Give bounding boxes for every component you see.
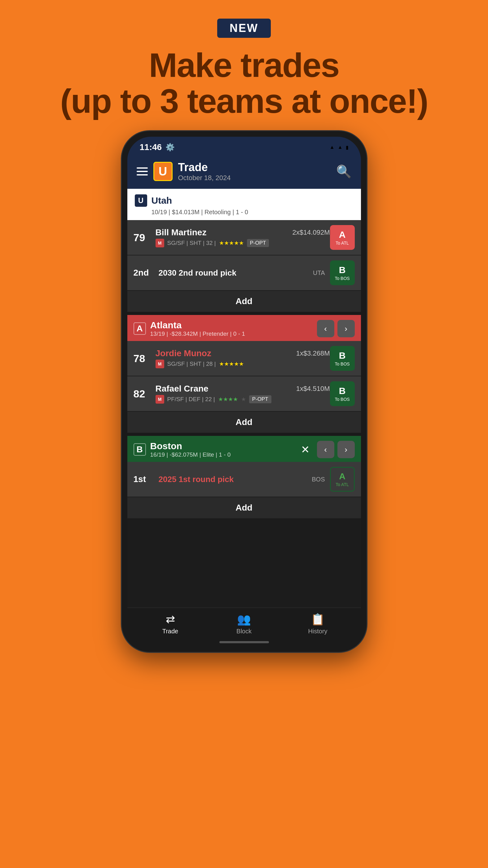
app-header: U Trade October 18, 2024 🔍 — [127, 155, 361, 189]
player-team-badge: M — [156, 239, 164, 247]
scroll-content: U Utah 10/19 | $14.013M | Retooling | 1 … — [127, 189, 361, 646]
dest-letter: B — [339, 350, 346, 361]
player-left: 82 Rafael Crane 1x$4.510M M PF/SF | DEF … — [134, 384, 330, 404]
pick-left: 1st 2025 1st round pick BOS — [134, 474, 330, 484]
header-title-block: Trade October 18, 2024 — [178, 161, 231, 182]
home-bar — [219, 641, 269, 643]
p-opt-badge: P-OPT — [249, 395, 271, 403]
close-button[interactable]: ✕ — [296, 441, 314, 458]
nav-trade[interactable]: ⇄ Trade — [134, 613, 207, 635]
destination-badge-atl-outline[interactable]: A To ATL — [330, 467, 355, 492]
dest-letter: A — [339, 471, 345, 482]
next-button[interactable]: › — [337, 320, 355, 337]
prev-button[interactable]: ‹ — [317, 320, 334, 337]
pick-left: 2nd 2030 2nd round pick UTA — [134, 268, 330, 278]
menu-button[interactable] — [137, 167, 148, 176]
headline-line1: Make trades — [60, 47, 428, 83]
player-pos: SG/SF | SHT | 28 | — [167, 361, 216, 367]
pick-label: 1st — [134, 474, 154, 484]
phone: 11:46 ⚙️ ▲ ▲ ▮ U Trade — [122, 131, 366, 652]
search-button[interactable]: 🔍 — [336, 164, 352, 179]
player-contract: 1x$3.268M — [296, 349, 330, 358]
block-label: Block — [236, 628, 252, 635]
divider-1 — [127, 312, 361, 315]
pick-team: BOS — [312, 476, 330, 483]
boston-controls: ✕ ‹ › — [296, 441, 355, 458]
utah-add-section: Add — [127, 291, 361, 312]
trade-icon: ⇄ — [166, 613, 175, 626]
headline-line2: (up to 3 teams at once!) — [60, 83, 428, 119]
destination-badge-bos[interactable]: B To BOS — [330, 346, 355, 371]
phone-container: 11:46 ⚙️ ▲ ▲ ▮ U Trade — [122, 131, 366, 652]
headline: Make trades (up to 3 teams at once!) — [60, 47, 428, 119]
atlanta-nav-arrows: ‹ › — [317, 320, 355, 337]
header-title: Trade — [178, 161, 231, 174]
home-indicator — [127, 638, 361, 646]
player-name: Bill Martinez — [156, 227, 207, 238]
signal-icon: ▲ — [338, 145, 343, 150]
player-pos: SG/SF | SHT | 32 | — [167, 240, 216, 246]
atlanta-player-2[interactable]: 82 Rafael Crane 1x$4.510M M PF/SF | DEF … — [127, 376, 361, 411]
dest-letter: B — [339, 385, 346, 396]
nav-history[interactable]: 📋 History — [281, 613, 355, 635]
boston-pick-1[interactable]: 1st 2025 1st round pick BOS A To ATL — [127, 462, 361, 497]
new-badge: NEW — [217, 19, 271, 38]
player-contract: 1x$4.510M — [296, 385, 330, 393]
atlanta-info: 13/19 | -$28.342M | Pretender | 0 - 1 — [150, 331, 245, 337]
utah-player-1[interactable]: 79 Bill Martinez 2x$14.092M M SG/SF | SH… — [127, 220, 361, 255]
player-name: Jordie Munoz — [156, 348, 211, 359]
atlanta-name: Atlanta — [150, 320, 245, 331]
atlanta-left: A Atlanta 13/19 | -$28.342M | Pretender … — [134, 320, 245, 337]
boston-logo: B — [134, 443, 146, 456]
header-subtitle: October 18, 2024 — [178, 174, 231, 182]
destination-badge-bos[interactable]: B To BOS — [330, 381, 355, 406]
team-logo: U — [153, 162, 172, 181]
utah-add-button[interactable]: Add — [127, 291, 361, 312]
p-opt-badge: P-OPT — [247, 239, 269, 247]
trade-label: Trade — [162, 628, 178, 635]
utah-section: U Utah 10/19 | $14.013M | Retooling | 1 … — [127, 189, 361, 220]
atlanta-player-1[interactable]: 78 Jordie Munoz 1x$3.268M M SG/SF | SHT … — [127, 341, 361, 376]
destination-badge-bos[interactable]: B To BOS — [330, 260, 355, 285]
prev-button[interactable]: ‹ — [317, 441, 334, 458]
player-pos: PF/SF | DEF | 22 | — [167, 396, 215, 403]
destination-badge-atl[interactable]: A To ATL — [330, 225, 355, 250]
bottom-nav: ⇄ Trade 👥 Block 📋 History — [127, 608, 361, 638]
player-info: Bill Martinez 2x$14.092M M SG/SF | SHT |… — [156, 227, 330, 247]
boston-add-button[interactable]: Add — [127, 497, 361, 518]
boston-left: B Boston 16/19 | -$62.075M | Elite | 1 -… — [134, 441, 231, 458]
player-number: 79 — [134, 231, 151, 244]
dest-label: To BOS — [335, 276, 350, 281]
player-stars: ★★★★★ — [219, 361, 244, 367]
phone-screen: 11:46 ⚙️ ▲ ▲ ▮ U Trade — [127, 137, 361, 646]
player-team-badge: M — [156, 395, 164, 404]
player-contract: 2x$14.092M — [292, 228, 330, 237]
next-button[interactable]: › — [337, 441, 355, 458]
top-section: NEW Make trades (up to 3 teams at once!) — [60, 0, 428, 119]
atlanta-info-block: Atlanta 13/19 | -$28.342M | Pretender | … — [150, 320, 245, 337]
status-time: 11:46 ⚙️ — [140, 142, 175, 152]
utah-logo: U — [135, 194, 147, 207]
dest-label: To ATL — [335, 241, 349, 246]
atlanta-logo: A — [134, 322, 146, 335]
atlanta-add-button[interactable]: Add — [127, 412, 361, 433]
pick-name: 2025 1st round pick — [159, 475, 234, 484]
atlanta-section: A Atlanta 13/19 | -$28.342M | Pretender … — [127, 315, 361, 341]
gear-icon: ⚙️ — [165, 143, 175, 152]
nav-block[interactable]: 👥 Block — [207, 613, 281, 635]
utah-header-row: U Utah — [135, 194, 354, 207]
divider-2 — [127, 433, 361, 436]
history-label: History — [308, 628, 327, 635]
pick-team: UTA — [313, 269, 330, 277]
wifi-icon: ▲ — [330, 145, 335, 150]
boston-info: 16/19 | -$62.075M | Elite | 1 - 0 — [150, 452, 231, 458]
player-empty-star: ★ — [241, 396, 246, 403]
player-left: 78 Jordie Munoz 1x$3.268M M SG/SF | SHT … — [134, 348, 330, 368]
player-name-row: Rafael Crane 1x$4.510M — [156, 384, 330, 394]
player-number: 78 — [134, 352, 151, 365]
player-name-row: Jordie Munoz 1x$3.268M — [156, 348, 330, 359]
player-info: Jordie Munoz 1x$3.268M M SG/SF | SHT | 2… — [156, 348, 330, 368]
boston-section: B Boston 16/19 | -$62.075M | Elite | 1 -… — [127, 436, 361, 462]
boston-add-section: Add — [127, 497, 361, 518]
utah-pick-1[interactable]: 2nd 2030 2nd round pick UTA B To BOS — [127, 255, 361, 290]
